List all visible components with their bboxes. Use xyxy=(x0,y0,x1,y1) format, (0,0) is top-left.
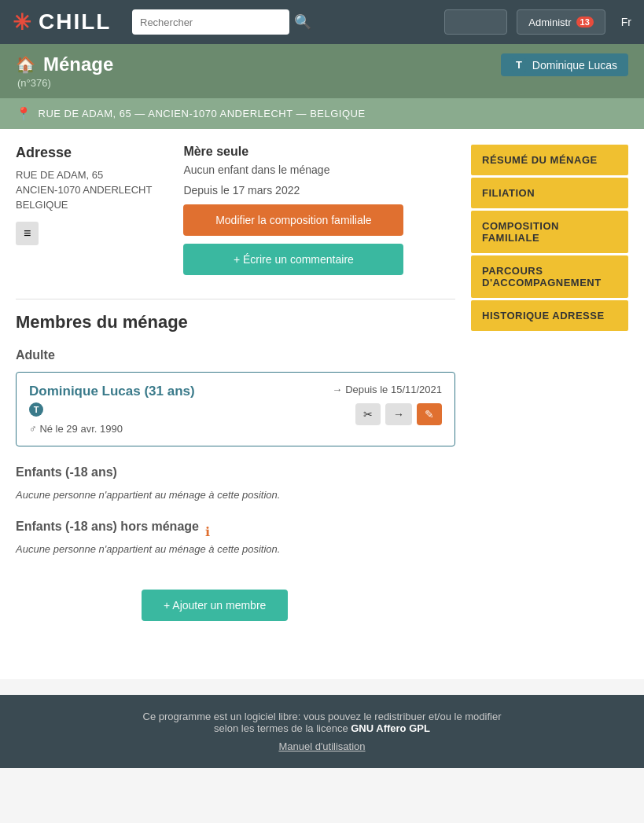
person-badge[interactable]: T Dominique Lucas xyxy=(501,53,628,76)
family-children: Aucun enfant dans le ménage xyxy=(183,163,403,176)
notification-button[interactable]: Administr 13 xyxy=(517,9,605,35)
person-badge-t: T xyxy=(512,58,526,72)
write-comment-button[interactable]: + Écrire un commentaire xyxy=(183,244,403,275)
member-birth: ♂ Né le 29 avr. 1990 xyxy=(29,423,195,435)
sidebar: RÉSUMÉ DU MÉNAGE FILIATION COMPOSITION F… xyxy=(471,145,628,663)
member-since: → Depuis le 15/11/2021 xyxy=(332,384,442,395)
address-heading: Adresse xyxy=(16,145,152,161)
address-block: Adresse Rue de Adam, 65 ancien-1070 Ande… xyxy=(16,145,152,275)
logo: ✳ CHILL xyxy=(13,9,123,35)
modify-family-button[interactable]: Modifier la composition familiale xyxy=(183,204,403,236)
page-number: (n°376) xyxy=(16,77,113,89)
sidebar-item-resume[interactable]: RÉSUMÉ DU MÉNAGE xyxy=(471,145,628,175)
sidebar-item-composition[interactable]: COMPOSITION FAMILIALE xyxy=(471,211,628,253)
pin-icon: 📍 xyxy=(16,106,32,121)
sidebar-item-parcours[interactable]: PARCOURS D'ACCOMPAGNEMENT xyxy=(471,255,628,298)
arrow-icon: → xyxy=(332,384,342,395)
members-heading: Membres du ménage xyxy=(16,312,455,333)
family-status: Mère seule xyxy=(183,145,403,159)
language-selector[interactable]: Fr xyxy=(621,16,631,28)
search-input[interactable] xyxy=(132,9,289,35)
member-badge-t: T xyxy=(29,402,43,417)
since-text: Depuis le 15/11/2021 xyxy=(345,384,442,395)
page-title-left: 🏠 Ménage (n°376) xyxy=(16,53,113,89)
children-hors-category: Enfants (-18 ans) hors ménage ℹ Aucune p… xyxy=(16,520,455,555)
main-content: Adresse Rue de Adam, 65 ancien-1070 Ande… xyxy=(0,129,644,679)
header: ✳ CHILL 🔍 Administr 13 Fr xyxy=(0,0,644,44)
address-line3: Belgique xyxy=(16,199,152,211)
address-bar: 📍 Rue de Adam, 65 — ancien-1070 Anderlec… xyxy=(0,98,644,129)
manual-link[interactable]: Manuel d'utilisation xyxy=(278,740,365,752)
children-hors-title-row: Enfants (-18 ans) hors ménage ℹ xyxy=(16,520,455,543)
info-icon[interactable]: ℹ xyxy=(205,524,210,539)
move-button[interactable]: → xyxy=(385,403,412,425)
adult-label: Adulte xyxy=(16,348,455,362)
sidebar-item-historique[interactable]: HISTORIQUE ADRESSE xyxy=(471,300,628,331)
person-name: Dominique Lucas xyxy=(532,59,617,72)
family-info: Mère seule Aucun enfant dans le ménage D… xyxy=(183,145,403,275)
notification-badge: 13 xyxy=(576,17,594,28)
app-title: CHILL xyxy=(39,9,111,35)
table-row: Dominique Lucas (31 ans) T ♂ Né le 29 av… xyxy=(16,372,455,446)
search-area: 🔍 xyxy=(132,9,311,35)
children-empty: Aucune personne n'appartient au ménage à… xyxy=(16,489,455,501)
divider xyxy=(16,299,455,299)
children-category: Enfants (-18 ans) Aucune personne n'appa… xyxy=(16,465,455,501)
sidebar-item-filiation[interactable]: FILIATION xyxy=(471,178,628,208)
children-hors-label: Enfants (-18 ans) hors ménage xyxy=(16,520,199,534)
address-map-button[interactable]: ≡ xyxy=(16,222,39,245)
content-left: Adresse Rue de Adam, 65 ancien-1070 Ande… xyxy=(16,145,455,663)
footer-license: GNU Affero GPL xyxy=(351,722,430,734)
footer: Ce programme est un logiciel libre: vous… xyxy=(0,695,644,768)
member-actions: ✂ → ✎ xyxy=(355,403,442,425)
address-bar-text: Rue de Adam, 65 — ancien-1070 Anderlecht… xyxy=(39,108,366,119)
snowflake-icon: ✳ xyxy=(13,9,32,35)
add-member-button[interactable]: + Ajouter un membre xyxy=(142,590,288,621)
address-line2: ancien-1070 Anderlecht xyxy=(16,184,152,196)
notification-label: Administr xyxy=(528,17,571,28)
page-title-bar: 🏠 Ménage (n°376) T Dominique Lucas xyxy=(0,44,644,98)
address-line1: Rue de Adam, 65 xyxy=(16,169,152,181)
footer-text1: Ce programme est un logiciel libre: vous… xyxy=(16,711,628,722)
member-card-right: → Depuis le 15/11/2021 ✂ → ✎ xyxy=(332,384,442,425)
family-since: Depuis le 17 mars 2022 xyxy=(183,184,403,197)
gender-icon: ♂ xyxy=(29,423,37,435)
page-title-main: 🏠 Ménage xyxy=(16,53,113,75)
children-label: Enfants (-18 ans) xyxy=(16,465,455,479)
search-button[interactable]: 🔍 xyxy=(294,13,311,31)
members-section: Membres du ménage Adulte Dominique Lucas… xyxy=(16,312,455,621)
birth-date: Né le 29 avr. 1990 xyxy=(39,423,123,435)
adult-category: Adulte Dominique Lucas (31 ans) T ♂ Né l… xyxy=(16,348,455,446)
member-info: Dominique Lucas (31 ans) T ♂ Né le 29 av… xyxy=(29,384,195,435)
page-title: Ménage xyxy=(43,53,113,75)
children-hors-empty: Aucune personne n'appartient au ménage à… xyxy=(16,543,455,555)
cut-button[interactable]: ✂ xyxy=(355,403,381,425)
home-icon: 🏠 xyxy=(16,55,35,74)
extra-button[interactable] xyxy=(444,9,507,35)
member-name: Dominique Lucas (31 ans) xyxy=(29,384,195,399)
edit-button[interactable]: ✎ xyxy=(417,403,442,425)
footer-text2: selon les termes de la licence GNU Affer… xyxy=(16,722,628,734)
address-section: Adresse Rue de Adam, 65 ancien-1070 Ande… xyxy=(16,145,455,275)
